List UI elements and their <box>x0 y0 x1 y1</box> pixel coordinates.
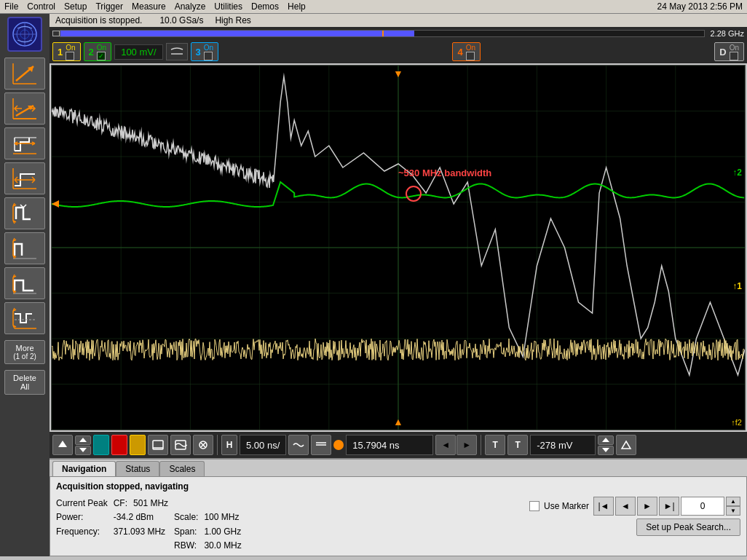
use-marker-checkbox[interactable] <box>529 501 540 511</box>
tool-mixed-signal[interactable] <box>4 302 45 334</box>
channel-3-button[interactable]: 3 On <box>191 42 219 61</box>
rbw-label: RBW: <box>174 539 204 553</box>
marker-first-button[interactable]: |◄ <box>593 497 614 516</box>
channel-d-button[interactable]: D On <box>714 42 744 61</box>
scale-up-small-button[interactable] <box>75 435 91 445</box>
trig-menu-btn[interactable] <box>616 435 636 455</box>
scale-up-button[interactable] <box>52 435 73 455</box>
cf-label: CF: <box>114 497 133 510</box>
channel-4-button[interactable]: 4 On <box>452 42 481 61</box>
channel-1-button[interactable]: 1 On <box>52 42 81 61</box>
ch4-on-indicator: On <box>466 44 475 60</box>
tab-status[interactable]: Status <box>116 461 159 476</box>
ch3-checkbox <box>204 52 213 60</box>
sample-rate: 10.0 GSa/s <box>159 15 203 25</box>
left-toolbar: More (1 of 2) Delete All <box>0 14 50 556</box>
tool-pulse-shape1[interactable] <box>4 232 45 264</box>
tool-pulse-vertical[interactable] <box>4 197 45 229</box>
marker-next-button[interactable]: ► <box>637 497 657 516</box>
status-area: Navigation Status Scales Acquisition sto… <box>50 458 747 556</box>
color-teal-button[interactable] <box>93 435 109 455</box>
ch4-checkbox <box>466 52 475 60</box>
menu-trigger[interactable]: Trigger <box>95 1 123 12</box>
span-label: Span: <box>174 525 204 539</box>
chD-on-indicator: On <box>730 44 739 60</box>
menu-utilities[interactable]: Utilities <box>214 1 242 12</box>
trig-level-up[interactable] <box>598 435 614 445</box>
current-peak-label: Current Peak <box>56 497 114 510</box>
use-marker-label: Use Marker <box>544 501 589 511</box>
scale-label: Scale: <box>174 510 204 524</box>
svg-marker-28 <box>58 441 67 447</box>
menu-demos[interactable]: Demos <box>251 1 279 12</box>
trigger-marker-top: ▼ <box>393 68 403 79</box>
tab-navigation[interactable]: Navigation <box>52 461 116 476</box>
trig-level-down[interactable] <box>598 446 614 455</box>
coupling-btn1[interactable] <box>288 435 309 455</box>
delete-all-button[interactable]: Delete All <box>4 370 45 395</box>
coupling-btn2[interactable] <box>311 435 331 455</box>
ch1-num: 1 <box>58 47 63 58</box>
marker-last-button[interactable]: ►| <box>659 497 679 516</box>
scale-down-small-button[interactable] <box>75 446 91 455</box>
horiz-label: H <box>221 435 237 455</box>
use-marker-row: Use Marker |◄ ◄ ► ►| ▲ ▼ <box>529 497 740 516</box>
trigger-indicator <box>333 440 344 450</box>
marker-scroll-down[interactable]: ▼ <box>726 506 740 516</box>
trigger-type-btn1[interactable]: T <box>485 435 505 455</box>
peak-search-container: Set up Peak Search... <box>636 518 740 536</box>
ch2-coupling-button[interactable] <box>166 43 188 60</box>
ch2-scale-display[interactable]: 100 mV/ <box>114 44 162 60</box>
marker-prev-button[interactable]: ◄ <box>615 497 636 516</box>
marker-scroll-up[interactable]: ▲ <box>726 497 740 506</box>
tool-step-zoom[interactable] <box>4 162 45 194</box>
channel-bar: 1 On 2 On ✓ 100 mV/ <box>50 40 747 63</box>
tool-arrow-horizontal[interactable] <box>4 92 45 125</box>
color-red-button[interactable] <box>111 435 127 455</box>
peak-search-button[interactable]: Set up Peak Search... <box>636 518 740 536</box>
marker-value-input[interactable] <box>681 497 724 516</box>
tab-scales[interactable]: Scales <box>159 461 205 476</box>
trigger-type-btn2[interactable]: T <box>507 435 528 455</box>
ch4-num: 4 <box>457 47 462 58</box>
display-btn1[interactable] <box>148 435 168 455</box>
bottom-toolbar: H 5.00 ns/ 15.7904 ns ◄ ► <box>50 432 747 458</box>
rbw-value: 30.0 MHz <box>204 539 247 553</box>
chD-num: D <box>719 47 726 58</box>
frequency-display: 2.28 GHz <box>705 29 744 38</box>
tool-arrow-diagonal[interactable] <box>4 58 45 90</box>
menu-measure[interactable]: Measure <box>132 1 166 12</box>
menu-analyze[interactable]: Analyze <box>175 1 206 12</box>
right-panel: Acquisition is stopped. 10.0 GSa/s High … <box>50 14 747 556</box>
trigger-level-display[interactable]: -278 mV <box>530 435 596 455</box>
marker-scroll: ▲ ▼ <box>726 497 740 516</box>
timebase-display[interactable]: 5.00 ns/ <box>240 435 286 455</box>
display-btn2[interactable] <box>170 435 191 455</box>
menu-setup[interactable]: Setup <box>64 1 87 12</box>
time-bar: 2.28 GHz <box>50 27 747 40</box>
svg-marker-41 <box>622 441 631 449</box>
more-button[interactable]: More (1 of 2) <box>4 340 45 364</box>
tool-step-horizontal[interactable] <box>4 127 45 159</box>
status-marker-controls: Use Marker |◄ ◄ ► ►| ▲ ▼ <box>507 480 740 553</box>
menu-help[interactable]: Help <box>288 1 306 12</box>
trigger-right-button[interactable]: ► <box>456 435 477 455</box>
ch2-num: 2 <box>89 47 94 58</box>
svg-marker-29 <box>79 438 87 442</box>
acquisition-info-bar: Acquisition is stopped. 10.0 GSa/s High … <box>50 14 747 27</box>
scope-display: ~530 MHz bandwidth ↑2 ↑1 ↑f2 ▼ ▲ <box>51 65 746 430</box>
menu-file[interactable]: File <box>4 1 18 12</box>
display-btn3[interactable] <box>193 435 213 455</box>
ch1-on-indicator: On <box>66 44 75 60</box>
trigger-marker-bottom: ▲ <box>393 416 403 427</box>
menu-control[interactable]: Control <box>27 1 55 12</box>
svg-marker-39 <box>602 438 609 442</box>
tool-pulse-shape2[interactable] <box>4 267 45 299</box>
channel-2-button[interactable]: 2 On ✓ <box>84 42 112 61</box>
freq-value: 371.093 MHz <box>114 525 174 539</box>
color-yellow-button[interactable] <box>130 435 146 455</box>
trigger-time-display[interactable]: 15.7904 ns <box>346 435 433 455</box>
menu-bar: File Control Setup Trigger Measure Analy… <box>0 0 747 14</box>
trigger-left-button[interactable]: ◄ <box>435 435 456 455</box>
chD-checkbox <box>730 52 738 60</box>
